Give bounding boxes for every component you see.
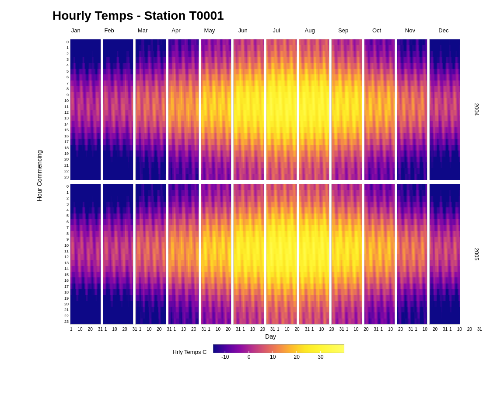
x-tick-nov-20: 20 xyxy=(433,327,438,332)
heatmap-canvas-2004-may xyxy=(201,39,231,180)
month-header-apr: Apr xyxy=(159,27,192,38)
x-tick-feb-10: 10 xyxy=(112,327,117,332)
x-axis-label: Day xyxy=(265,333,276,340)
x-ticks-may: 1102031 xyxy=(208,327,241,332)
heatmap-canvas-2005-oct xyxy=(364,184,395,325)
x-ticks-mar: 1102031 xyxy=(139,327,172,332)
y-tick-2005-hour-1: 1 xyxy=(66,190,69,195)
x-tick-oct-31: 31 xyxy=(408,327,413,332)
month-block-2005-jul xyxy=(266,184,297,325)
x-ticks-dec: 1102031 xyxy=(449,327,482,332)
x-tick-dec-10: 10 xyxy=(457,327,462,332)
legend-tick-30: 30 xyxy=(318,354,323,360)
x-ticks-jan: 1102031 xyxy=(70,327,103,332)
y-tick-2005-hour-20: 20 xyxy=(64,302,69,306)
x-tick-jun-31: 31 xyxy=(270,327,275,332)
y-tick-2004-hour-15: 15 xyxy=(64,128,69,132)
y-tick-2005-hour-2: 2 xyxy=(66,196,69,200)
x-tick-jun-1: 1 xyxy=(242,327,245,332)
heatmap-canvas-2005-aug xyxy=(299,184,329,325)
year-panel-2004: 0123456789101112131415161718192021222320… xyxy=(59,39,460,180)
x-tick-jul-1: 1 xyxy=(277,327,280,332)
y-axis-ticks xyxy=(46,27,59,325)
heatmap-canvas-2004-aug xyxy=(299,39,329,180)
x-tick-jul-20: 20 xyxy=(295,327,300,332)
y-tick-2004-hour-8: 8 xyxy=(66,87,69,91)
chart-title: Hourly Temps - Station T0001 xyxy=(52,9,482,23)
x-tick-aug-10: 10 xyxy=(319,327,324,332)
y-tick-2004-hour-12: 12 xyxy=(64,110,69,115)
month-block-2005-sep xyxy=(331,184,362,325)
heatmap-canvas-2004-sep xyxy=(332,39,362,180)
x-tick-sep-31: 31 xyxy=(374,327,378,332)
month-header-nov: Nov xyxy=(393,27,427,38)
heatmap-row-2005 xyxy=(70,184,460,325)
heatmap-canvas-2004-dec xyxy=(430,39,460,180)
x-tick-may-31: 31 xyxy=(236,327,241,332)
year-label-2004: 2004 xyxy=(473,103,480,116)
x-axis-area: 1102031110203111020311102031110203111020… xyxy=(35,327,482,340)
x-tick-oct-1: 1 xyxy=(380,327,383,332)
legend-title: Hrly Temps C xyxy=(173,349,207,355)
x-ticks-jun: 1102031 xyxy=(242,327,275,332)
x-tick-may-10: 10 xyxy=(216,327,220,332)
y-tick-2004-hour-23: 23 xyxy=(64,175,69,179)
month-header-mar: Mar xyxy=(126,27,159,38)
x-tick-sep-10: 10 xyxy=(354,327,358,332)
x-tick-jan-31: 31 xyxy=(98,327,103,332)
y-tick-2004-hour-17: 17 xyxy=(64,140,69,144)
y-tick-2005-hour-12: 12 xyxy=(64,255,69,259)
year-panel-2005: 0123456789101112131415161718192021222320… xyxy=(59,184,460,325)
x-ticks-feb: 1102031 xyxy=(105,327,137,332)
y-tick-2005-hour-11: 11 xyxy=(64,249,69,253)
y-tick-2004-hour-0: 0 xyxy=(66,40,69,44)
x-tick-apr-31: 31 xyxy=(201,327,206,332)
x-ticks-apr: 1102031 xyxy=(173,327,206,332)
legend-tick-0: 0 xyxy=(248,354,251,360)
x-tick-dec-1: 1 xyxy=(449,327,452,332)
month-block-2004-jun xyxy=(233,39,264,180)
month-block-2004-feb xyxy=(103,39,134,180)
month-header-jan: Jan xyxy=(59,27,92,38)
x-tick-sep-1: 1 xyxy=(346,327,349,332)
month-header-oct: Oct xyxy=(360,27,393,38)
x-tick-feb-31: 31 xyxy=(133,327,137,332)
y-tick-2005-hour-10: 10 xyxy=(64,243,69,248)
heatmap-row-2004 xyxy=(70,39,460,180)
x-tick-sep-20: 20 xyxy=(364,327,368,332)
y-tick-2004-hour-5: 5 xyxy=(66,69,69,74)
x-ticks-aug: 1102031 xyxy=(312,327,344,332)
legend-area: Hrly Temps C -100102030 xyxy=(35,344,482,361)
heatmap-canvas-2004-mar xyxy=(136,39,166,180)
heatmap-canvas-2004-feb xyxy=(103,39,133,180)
y-tick-2004-hour-4: 4 xyxy=(66,63,69,67)
heatmap-canvas-2004-jul xyxy=(266,39,297,180)
y-tick-2005-hour-5: 5 xyxy=(66,214,69,218)
month-block-2005-feb xyxy=(103,184,134,325)
x-tick-may-20: 20 xyxy=(226,327,231,332)
x-tick-jan-1: 1 xyxy=(70,327,73,332)
x-tick-dec-20: 20 xyxy=(467,327,472,332)
y-tick-2004-hour-22: 22 xyxy=(64,169,69,173)
x-tick-mar-10: 10 xyxy=(147,327,151,332)
main-plot: JanFebMarAprMayJunJulAugSepOctNovDec 012… xyxy=(59,27,460,325)
month-block-2004-jul xyxy=(266,39,297,180)
heatmap-canvas-2005-jan xyxy=(70,184,101,325)
month-block-2005-dec xyxy=(429,184,460,325)
legend-bar-container: -100102030 xyxy=(213,344,344,361)
y-tick-2004-hour-11: 11 xyxy=(64,105,69,109)
y-tick-2005-hour-13: 13 xyxy=(64,261,69,265)
x-tick-may-1: 1 xyxy=(208,327,210,332)
month-block-2005-jan xyxy=(70,184,101,325)
heatmap-canvas-2005-mar xyxy=(136,184,166,325)
heatmap-canvas-2005-dec xyxy=(430,184,460,325)
month-block-2005-nov xyxy=(397,184,428,325)
y-tick-2004-hour-21: 21 xyxy=(64,163,69,168)
heatmap-canvas-2004-apr xyxy=(168,39,199,180)
y-tick-2004-hour-20: 20 xyxy=(64,157,69,161)
x-axis-ticks: 1102031110203111020311102031110203111020… xyxy=(59,327,482,332)
month-header-may: May xyxy=(193,27,226,38)
x-tick-nov-10: 10 xyxy=(423,327,427,332)
month-block-2004-oct xyxy=(364,39,395,180)
y-tick-2004-hour-19: 19 xyxy=(64,151,69,156)
